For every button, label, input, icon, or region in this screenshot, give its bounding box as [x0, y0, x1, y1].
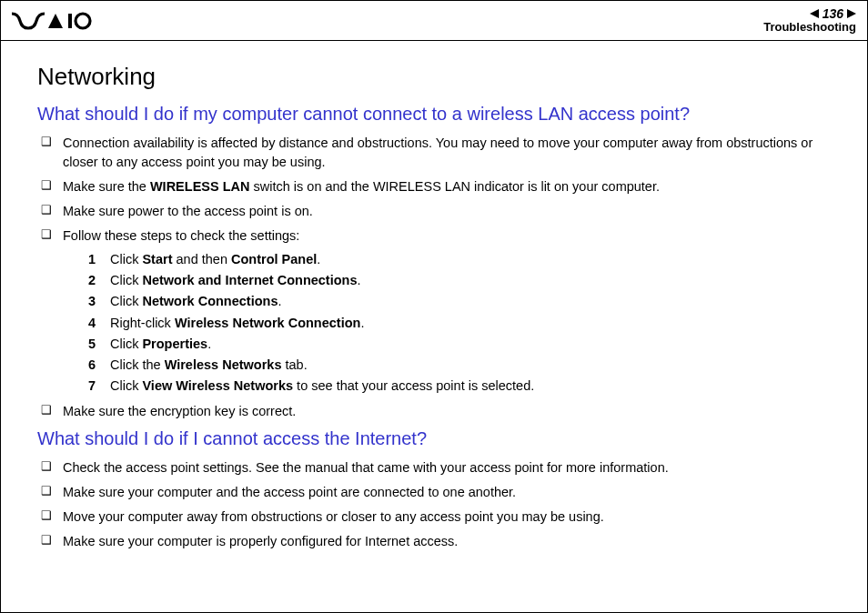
- step-item: 1Click Start and then Control Panel.: [88, 249, 831, 270]
- step-bold: View Wireless Networks: [142, 378, 293, 393]
- header-right: 136 Troubleshooting: [763, 7, 856, 35]
- step-mid: and then: [173, 252, 232, 266]
- step-pre: Click: [110, 337, 142, 351]
- vaio-logo: [12, 12, 92, 30]
- list-item: Make sure your computer and the access p…: [37, 483, 831, 502]
- step-post: .: [278, 294, 282, 308]
- question-2-list: Check the access point settings. See the…: [37, 458, 831, 551]
- page-header: 136 Troubleshooting: [1, 1, 867, 41]
- bullet-text: Make sure your computer is properly conf…: [63, 534, 458, 548]
- bullet-text-post: switch is on and the WIRELESS LAN indica…: [249, 179, 660, 194]
- step-bold: Wireless Network Connection: [175, 316, 361, 330]
- bullet-text-bold: WIRELESS LAN: [150, 179, 250, 194]
- list-item: Check the access point settings. See the…: [37, 458, 831, 477]
- step-item: 3Click Network Connections.: [88, 291, 831, 312]
- step-bold: Start: [142, 252, 172, 266]
- step-item: 4Right-click Wireless Network Connection…: [88, 313, 831, 334]
- step-bold: Network and Internet Connections: [142, 273, 357, 287]
- list-item: Make sure your computer is properly conf…: [37, 532, 831, 551]
- question-1-list: Connection availability is affected by d…: [37, 134, 831, 421]
- list-item: Make sure the WIRELESS LAN switch is on …: [37, 177, 831, 196]
- step-bold: Network Connections: [142, 294, 278, 308]
- arrow-left-icon[interactable]: [810, 9, 819, 18]
- step-item: 6Click the Wireless Networks tab.: [88, 355, 831, 376]
- step-post: .: [207, 337, 211, 351]
- bullet-text: Make sure power to the access point is o…: [63, 204, 313, 218]
- step-item: 7Click View Wireless Networks to see tha…: [88, 376, 831, 397]
- step-bold-2: Control Panel: [231, 252, 317, 266]
- bullet-text: Make sure your computer and the access p…: [63, 485, 516, 499]
- step-post: to see that your access point is selecte…: [293, 378, 534, 393]
- step-number: 1: [88, 249, 96, 270]
- header-section-label: Troubleshooting: [763, 21, 856, 34]
- svg-rect-0: [68, 14, 72, 28]
- bullet-text: Check the access point settings. See the…: [63, 460, 669, 475]
- list-item: Make sure power to the access point is o…: [37, 202, 831, 221]
- step-pre: Click: [110, 294, 142, 308]
- page-number: 136: [823, 7, 843, 21]
- page-nav: 136: [763, 7, 856, 21]
- bullet-text: Move your computer away from obstruction…: [63, 509, 604, 524]
- steps-list: 1Click Start and then Control Panel. 2Cl…: [63, 249, 831, 397]
- bullet-text: Follow these steps to check the settings…: [63, 228, 299, 243]
- step-number: 4: [88, 313, 96, 334]
- step-post: .: [358, 273, 361, 287]
- bullet-text-pre: Make sure the: [63, 179, 150, 194]
- svg-point-1: [76, 14, 90, 28]
- step-post: tab.: [281, 357, 307, 372]
- step-item: 2Click Network and Internet Connections.: [88, 270, 831, 291]
- arrow-right-icon[interactable]: [847, 9, 856, 18]
- step-item: 5Click Properties.: [88, 334, 831, 355]
- step-bold: Properties: [142, 337, 207, 351]
- list-item: Move your computer away from obstruction…: [37, 507, 831, 527]
- step-post: .: [360, 316, 364, 330]
- list-item: Connection availability is affected by d…: [37, 134, 831, 172]
- question-2-title: What should I do if I cannot access the …: [37, 428, 831, 449]
- step-pre: Click: [110, 273, 142, 287]
- step-number: 7: [88, 376, 96, 397]
- list-item: Follow these steps to check the settings…: [37, 226, 831, 397]
- step-number: 5: [88, 334, 96, 355]
- list-item: Make sure the encryption key is correct.: [37, 402, 831, 421]
- bullet-text: Connection availability is affected by d…: [63, 136, 812, 169]
- step-pre: Right-click: [110, 316, 175, 330]
- step-pre: Click: [110, 378, 142, 393]
- step-number: 6: [88, 355, 96, 376]
- page-content: Networking What should I do if my comput…: [1, 41, 867, 551]
- step-bold: Wireless Networks: [165, 357, 282, 372]
- step-pre: Click: [110, 252, 142, 266]
- step-number: 2: [88, 270, 96, 291]
- step-post: .: [317, 252, 320, 266]
- question-1-title: What should I do if my computer cannot c…: [37, 104, 831, 125]
- step-pre: Click the: [110, 357, 165, 372]
- bullet-text: Make sure the encryption key is correct.: [63, 404, 296, 418]
- step-number: 3: [88, 291, 96, 312]
- section-title: Networking: [37, 63, 831, 91]
- page-container: 136 Troubleshooting Networking What shou…: [0, 0, 868, 613]
- vaio-logo-svg: [12, 12, 92, 30]
